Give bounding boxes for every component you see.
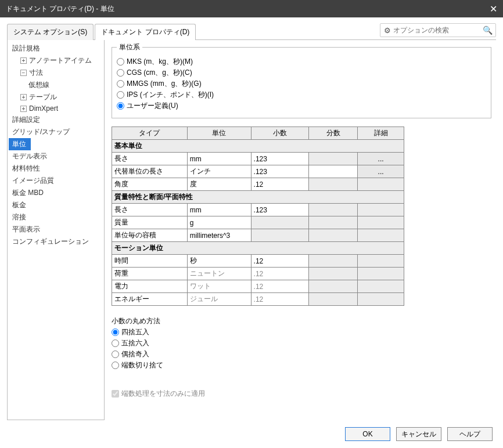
tree-tables[interactable]: +テーブル [9,91,103,103]
row-time: 時間 秒 .12 [112,255,404,268]
th-fraction: 分数 [309,127,358,140]
tree-detailing[interactable]: 詳細設定 [9,114,103,126]
section-mass: 質量特性と断面/平面特性 [112,191,404,204]
plus-icon[interactable]: + [20,57,27,64]
ok-button[interactable]: OK [345,427,390,441]
detail-button[interactable]: ... [358,165,404,178]
tree-plane-display[interactable]: 平面表示 [9,223,103,236]
detail-button[interactable]: ... [358,153,404,165]
radio-round-half-six[interactable]: 五捨六入 [112,338,491,348]
row-energy: エネルギー ジュール .12 [112,293,404,306]
tree-design-standard[interactable]: 設計規格 [9,42,103,55]
footer: OK キャンセル ヘルプ [0,420,503,448]
radio-mmgs[interactable]: MMGS (mm、g、秒)(G) [117,79,486,89]
th-detail: 詳細 [358,127,404,140]
search-input[interactable] [393,26,480,34]
tab-document-properties[interactable]: ドキュメント プロパティ(D) [95,24,196,40]
plus-icon[interactable]: + [20,94,27,100]
tree-units[interactable]: 単位 [9,138,31,150]
minus-icon[interactable]: − [20,70,27,76]
section-basic: 基本単位 [112,140,404,153]
search-box[interactable]: ⚙ 🔍 [380,23,496,37]
row-alt-length: 代替単位の長さ インチ .123 ... [112,165,404,178]
search-icon[interactable]: 🔍 [483,26,493,35]
row-mass-length: 長さ mm .123 [112,204,404,216]
tree-material-props[interactable]: 材料特性 [9,162,103,175]
th-decimal: 小数 [251,127,309,140]
tree-weldments[interactable]: 溶接 [9,211,103,223]
checkbox-apply-dim-only: 端数処理を寸法のみに適用 [112,389,491,399]
row-mass: 質量 g [112,216,404,229]
tab-bar: システム オプション(S) ドキュメント プロパティ(D) [7,23,196,39]
unit-system-group: 単位系 MKS (m、kg、秒)(M) CGS (cm、g、秒)(C) MMGS… [112,42,491,118]
row-power: 電力 ワット .12 [112,280,404,293]
help-button[interactable]: ヘルプ [447,427,493,441]
radio-round-half-even[interactable]: 偶捨奇入 [112,349,491,359]
cancel-button[interactable]: キャンセル [396,427,441,441]
tab-system-options[interactable]: システム オプション(S) [7,24,94,40]
tree-virtual-line[interactable]: 仮想線 [9,79,103,91]
tree-model-display[interactable]: モデル表示 [9,150,103,162]
section-motion: モーション単位 [112,242,404,255]
tree-dimxpert[interactable]: +DimXpert [9,103,103,114]
tree-dimension[interactable]: −寸法 [9,67,103,79]
window-title: ドキュメント プロパティ(D) - 単位 [6,4,114,14]
unit-system-legend: 単位系 [117,42,142,52]
radio-truncate[interactable]: 端数切り捨て [112,360,491,370]
sidebar: 設計規格 +アノテートアイテム −寸法 仮想線 +テーブル +DimXpert … [7,40,105,420]
tree-grid-snap[interactable]: グリッド/スナップ [9,126,103,138]
th-type: タイプ [112,127,188,140]
th-unit: 単位 [187,127,251,140]
radio-ips[interactable]: IPS (インチ、ポンド、秒)(I) [117,90,486,100]
tree-image-quality[interactable]: イメージ品質 [9,175,103,187]
rounding-legend: 小数の丸め方法 [112,316,160,326]
rounding-group: 小数の丸め方法 四捨五入 五捨六入 偶捨奇入 端数切り捨て [112,316,491,371]
titlebar: ドキュメント プロパティ(D) - 単位 ✕ [0,0,503,17]
gear-icon: ⚙ [384,26,391,35]
radio-user[interactable]: ユーザー定義(U) [117,101,486,111]
tree-sheet-metal-mbd[interactable]: 板金 MBD [9,187,103,199]
units-table: タイプ 単位 小数 分数 詳細 基本単位 長さ mm .123 ... 代替単位… [112,127,404,306]
row-angle: 角度 度 .12 [112,178,404,191]
tree-annotate[interactable]: +アノテートアイテム [9,55,103,67]
close-icon[interactable]: ✕ [490,3,497,15]
row-force: 荷重 ニュートン .12 [112,268,404,280]
row-volume: 単位毎の容積 millimeters^3 [112,229,404,242]
row-length: 長さ mm .123 ... [112,153,404,165]
tree-configurations[interactable]: コンフィギュレーション [9,236,103,248]
radio-cgs[interactable]: CGS (cm、g、秒)(C) [117,68,486,78]
radio-round-half-up[interactable]: 四捨五入 [112,327,491,337]
plus-icon[interactable]: + [20,106,27,112]
radio-mks[interactable]: MKS (m、kg、秒)(M) [117,57,486,67]
tree-sheet-metal[interactable]: 板金 [9,199,103,211]
